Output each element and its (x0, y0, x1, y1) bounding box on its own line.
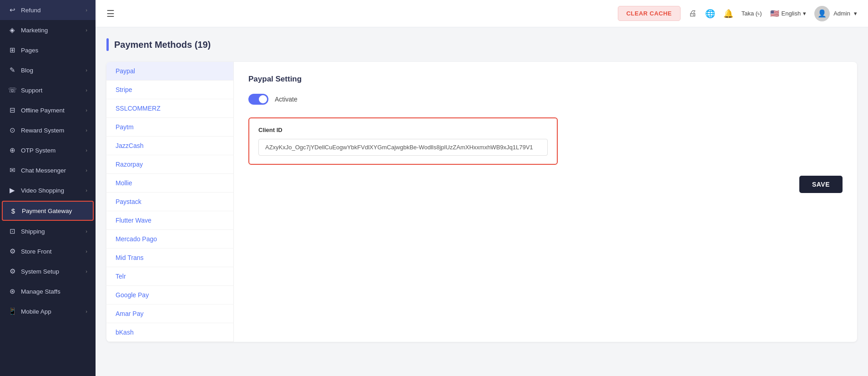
sidebar-label-payment-gateway: Payment Gateway (22, 208, 72, 214)
payment-detail-panel: Paypal Setting Activate Client ID SAVE (234, 62, 857, 342)
username-label: Admin (833, 10, 850, 17)
page-title: Payment Methods (19) (114, 40, 211, 50)
payment-list-item-telr[interactable]: Telr (106, 267, 233, 286)
globe-icon[interactable]: 🌐 (705, 9, 715, 19)
activate-toggle[interactable] (248, 94, 268, 105)
chat-messenger-icon: ✉ (8, 166, 16, 174)
sidebar-label-video-shopping: Video Shopping (21, 187, 64, 194)
sidebar-label-manage-staffs: Manage Staffs (21, 288, 61, 295)
support-icon: ☏ (8, 86, 16, 94)
sidebar-item-store-front[interactable]: ⚙ Store Front › (0, 241, 96, 261)
main-panel: ☰ CLEAR CACHE 🖨 🌐 🔔 Taka (৳) 🇺🇸 English … (96, 0, 868, 376)
payment-list-item-jazzcash[interactable]: JazzCash (106, 137, 233, 155)
detail-title: Paypal Setting (248, 75, 843, 84)
shipping-icon: ⊡ (8, 227, 16, 235)
marketing-icon: ◈ (8, 26, 16, 34)
payment-list-item-stripe[interactable]: Stripe (106, 81, 233, 99)
payment-list-item-sslcommerz[interactable]: SSLCOMMERZ (106, 99, 233, 118)
chevron-icon: › (86, 309, 87, 314)
sidebar-item-blog[interactable]: ✎ Blog › (0, 60, 96, 80)
sidebar-item-reward-system[interactable]: ⊙ Reward System › (0, 120, 96, 140)
chevron-icon: › (86, 27, 87, 33)
language-selector[interactable]: 🇺🇸 English ▾ (770, 9, 807, 18)
payment-methods-panel: PaypalStripeSSLCOMMERZPaytmJazzCashRazor… (106, 62, 857, 342)
chevron-icon: › (86, 107, 87, 113)
client-id-box: Client ID (248, 117, 558, 165)
sidebar-item-pages[interactable]: ⊞ Pages (0, 40, 96, 60)
language-label: English (782, 10, 801, 17)
payment-list-item-mercadopago[interactable]: Mercado Pago (106, 230, 233, 249)
payment-list-item-flutterwave[interactable]: Flutter Wave (106, 211, 233, 230)
sidebar-label-mobile-app: Mobile App (21, 308, 51, 315)
sidebar-label-blog: Blog (21, 67, 33, 74)
chevron-icon: › (86, 67, 87, 73)
refund-icon: ↩ (8, 6, 16, 14)
mobile-app-icon: 📱 (8, 307, 16, 315)
save-button[interactable]: SAVE (799, 176, 843, 193)
page-header: Payment Methods (19) (106, 38, 857, 51)
chevron-icon: › (86, 87, 87, 93)
activate-label: Activate (275, 96, 298, 103)
pages-icon: ⊞ (8, 46, 16, 54)
payment-list-item-paytm[interactable]: Paytm (106, 118, 233, 137)
payment-list-item-paystack[interactable]: Paystack (106, 193, 233, 211)
sidebar-item-video-shopping[interactable]: ▶ Video Shopping › (0, 180, 96, 200)
sidebar-item-support[interactable]: ☏ Support › (0, 80, 96, 100)
print-icon[interactable]: 🖨 (689, 9, 697, 18)
sidebar-label-chat-messenger: Chat Messenger (21, 167, 66, 174)
offline-payment-icon: ⊟ (8, 106, 16, 114)
chevron-icon: › (86, 188, 87, 193)
page-content: Payment Methods (19) PaypalStripeSSLCOMM… (96, 27, 868, 376)
sidebar-item-chat-messenger[interactable]: ✉ Chat Messenger › (0, 160, 96, 180)
sidebar-label-shipping: Shipping (21, 228, 45, 235)
client-id-input[interactable] (258, 139, 548, 156)
sidebar-label-otp-system: OTP System (21, 147, 56, 154)
chevron-icon: › (86, 269, 87, 274)
payment-list-item-razorpay[interactable]: Razorpay (106, 155, 233, 174)
flag-icon: 🇺🇸 (770, 9, 779, 18)
chevron-icon: › (86, 229, 87, 234)
sidebar-label-store-front: Store Front (21, 248, 52, 255)
payment-list-item-mollie[interactable]: Mollie (106, 174, 233, 193)
sidebar-label-system-setup: System Setup (21, 268, 59, 275)
currency-selector[interactable]: Taka (৳) (742, 10, 762, 17)
language-chevron-icon: ▾ (803, 10, 806, 17)
activate-row: Activate (248, 94, 843, 105)
payment-list-item-googlepay[interactable]: Google Pay (106, 286, 233, 305)
payment-list-item-midtrans[interactable]: Mid Trans (106, 249, 233, 267)
sidebar-item-otp-system[interactable]: ⊕ OTP System › (0, 140, 96, 160)
store-front-icon: ⚙ (8, 247, 16, 255)
header-accent-bar (106, 38, 109, 51)
avatar: 👤 (814, 6, 830, 21)
sidebar-item-refund[interactable]: ↩ Refund › (0, 0, 96, 20)
sidebar-item-manage-staffs[interactable]: ⊛ Manage Staffs (0, 281, 96, 301)
sidebar-item-shipping[interactable]: ⊡ Shipping › (0, 221, 96, 241)
payment-gateway-icon: $ (9, 207, 17, 215)
topbar: ☰ CLEAR CACHE 🖨 🌐 🔔 Taka (৳) 🇺🇸 English … (96, 0, 868, 27)
payment-list-item-paypal[interactable]: Paypal (106, 62, 233, 81)
chevron-icon: › (86, 249, 87, 254)
payment-methods-list: PaypalStripeSSLCOMMERZPaytmJazzCashRazor… (106, 62, 234, 342)
payment-list-item-bkash[interactable]: bKash (106, 323, 233, 342)
sidebar-label-refund: Refund (21, 7, 41, 14)
clear-cache-button[interactable]: CLEAR CACHE (618, 6, 681, 21)
sidebar-item-system-setup[interactable]: ⚙ System Setup › (0, 261, 96, 281)
user-menu[interactable]: 👤 Admin ▾ (814, 6, 857, 21)
hamburger-icon[interactable]: ☰ (106, 8, 115, 19)
chevron-icon: › (86, 147, 87, 153)
sidebar-item-mobile-app[interactable]: 📱 Mobile App › (0, 301, 96, 321)
payment-list-item-amarpay[interactable]: Amar Pay (106, 305, 233, 323)
sidebar-item-offline-payment[interactable]: ⊟ Offline Payment › (0, 100, 96, 120)
video-shopping-icon: ▶ (8, 186, 16, 194)
sidebar-item-payment-gateway[interactable]: $ Payment Gateway (2, 201, 94, 221)
chevron-icon: › (86, 7, 87, 13)
sidebar-label-marketing: Marketing (21, 27, 48, 34)
reward-system-icon: ⊙ (8, 126, 16, 134)
user-chevron-icon: ▾ (854, 10, 857, 17)
client-id-label: Client ID (258, 127, 548, 133)
sidebar-item-marketing[interactable]: ◈ Marketing › (0, 20, 96, 40)
sidebar-label-pages: Pages (21, 47, 38, 54)
sidebar-label-offline-payment: Offline Payment (21, 107, 65, 114)
bell-icon[interactable]: 🔔 (723, 9, 733, 19)
sidebar: ↩ Refund › ◈ Marketing › ⊞ Pages ✎ Blog … (0, 0, 96, 376)
